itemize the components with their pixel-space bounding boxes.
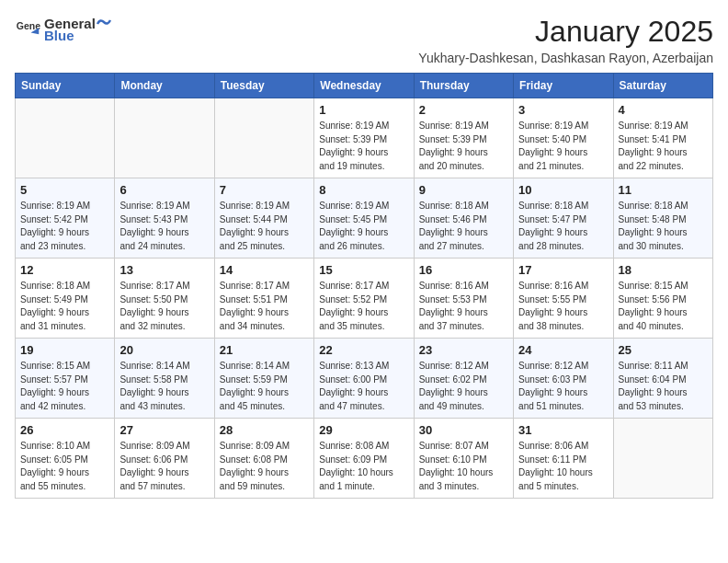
day-number: 27 <box>119 423 209 437</box>
day-number: 24 <box>518 343 608 357</box>
calendar-cell: 11Sunrise: 8:18 AM Sunset: 5:48 PM Dayli… <box>613 178 712 259</box>
day-info: Sunrise: 8:18 AM Sunset: 5:47 PM Dayligh… <box>518 200 608 253</box>
calendar-cell: 5Sunrise: 8:19 AM Sunset: 5:42 PM Daylig… <box>16 178 115 259</box>
day-number: 8 <box>319 183 408 197</box>
day-info: Sunrise: 8:16 AM Sunset: 5:53 PM Dayligh… <box>419 280 508 333</box>
weekday-header-friday: Friday <box>514 74 613 98</box>
calendar-cell: 20Sunrise: 8:14 AM Sunset: 5:58 PM Dayli… <box>115 339 214 419</box>
day-info: Sunrise: 8:17 AM Sunset: 5:51 PM Dayligh… <box>220 280 309 333</box>
day-number: 18 <box>619 263 708 277</box>
calendar-cell: 21Sunrise: 8:14 AM Sunset: 5:59 PM Dayli… <box>214 339 313 419</box>
day-info: Sunrise: 8:19 AM Sunset: 5:39 PM Dayligh… <box>319 120 408 173</box>
day-info: Sunrise: 8:19 AM Sunset: 5:42 PM Dayligh… <box>20 200 109 253</box>
calendar-cell: 26Sunrise: 8:10 AM Sunset: 6:05 PM Dayli… <box>16 419 115 499</box>
calendar-cell: 8Sunrise: 8:19 AM Sunset: 5:45 PM Daylig… <box>314 178 414 259</box>
day-number: 16 <box>419 263 508 277</box>
calendar-cell: 23Sunrise: 8:12 AM Sunset: 6:02 PM Dayli… <box>414 339 513 419</box>
day-number: 7 <box>220 183 309 197</box>
calendar-cell: 12Sunrise: 8:18 AM Sunset: 5:49 PM Dayli… <box>16 259 115 339</box>
main-title: January 2025 <box>418 15 713 49</box>
calendar-header-row: SundayMondayTuesdayWednesdayThursdayFrid… <box>16 74 713 98</box>
calendar-week-row: 1Sunrise: 8:19 AM Sunset: 5:39 PM Daylig… <box>16 98 713 178</box>
calendar-cell: 29Sunrise: 8:08 AM Sunset: 6:09 PM Dayli… <box>314 419 414 499</box>
calendar-cell: 27Sunrise: 8:09 AM Sunset: 6:06 PM Dayli… <box>115 419 214 499</box>
day-number: 29 <box>319 423 408 437</box>
weekday-header-wednesday: Wednesday <box>314 74 414 98</box>
calendar-cell: 14Sunrise: 8:17 AM Sunset: 5:51 PM Dayli… <box>214 259 313 339</box>
calendar-body: 1Sunrise: 8:19 AM Sunset: 5:39 PM Daylig… <box>16 98 713 499</box>
calendar-week-row: 19Sunrise: 8:15 AM Sunset: 5:57 PM Dayli… <box>16 339 713 419</box>
logo: General General Blue <box>15 15 112 43</box>
day-number: 5 <box>20 183 109 197</box>
logo-wave-icon <box>96 15 112 31</box>
day-number: 2 <box>419 103 508 117</box>
day-info: Sunrise: 8:19 AM Sunset: 5:39 PM Dayligh… <box>419 120 508 173</box>
calendar-cell: 19Sunrise: 8:15 AM Sunset: 5:57 PM Dayli… <box>16 339 115 419</box>
weekday-header-sunday: Sunday <box>16 74 115 98</box>
day-info: Sunrise: 8:06 AM Sunset: 6:11 PM Dayligh… <box>518 440 608 493</box>
day-info: Sunrise: 8:19 AM Sunset: 5:40 PM Dayligh… <box>518 120 608 173</box>
calendar-cell: 25Sunrise: 8:11 AM Sunset: 6:04 PM Dayli… <box>613 339 712 419</box>
calendar-cell: 31Sunrise: 8:06 AM Sunset: 6:11 PM Dayli… <box>514 419 613 499</box>
calendar-cell: 10Sunrise: 8:18 AM Sunset: 5:47 PM Dayli… <box>514 178 613 259</box>
day-info: Sunrise: 8:15 AM Sunset: 5:57 PM Dayligh… <box>20 360 109 413</box>
page-header: General General Blue January 2025 Yukhar… <box>15 15 713 65</box>
day-number: 19 <box>20 343 109 357</box>
day-info: Sunrise: 8:09 AM Sunset: 6:06 PM Dayligh… <box>119 440 209 493</box>
day-number: 12 <box>20 263 109 277</box>
calendar-week-row: 5Sunrise: 8:19 AM Sunset: 5:42 PM Daylig… <box>16 178 713 259</box>
calendar-cell: 13Sunrise: 8:17 AM Sunset: 5:50 PM Dayli… <box>115 259 214 339</box>
weekday-header-tuesday: Tuesday <box>214 74 313 98</box>
day-info: Sunrise: 8:18 AM Sunset: 5:46 PM Dayligh… <box>419 200 508 253</box>
day-info: Sunrise: 8:16 AM Sunset: 5:55 PM Dayligh… <box>518 280 608 333</box>
calendar-cell: 16Sunrise: 8:16 AM Sunset: 5:53 PM Dayli… <box>414 259 513 339</box>
day-info: Sunrise: 8:09 AM Sunset: 6:08 PM Dayligh… <box>220 440 309 493</box>
calendar-week-row: 26Sunrise: 8:10 AM Sunset: 6:05 PM Dayli… <box>16 419 713 499</box>
day-number: 9 <box>419 183 508 197</box>
day-number: 3 <box>518 103 608 117</box>
calendar-cell: 6Sunrise: 8:19 AM Sunset: 5:43 PM Daylig… <box>115 178 214 259</box>
weekday-header-monday: Monday <box>115 74 214 98</box>
day-info: Sunrise: 8:07 AM Sunset: 6:10 PM Dayligh… <box>419 440 508 493</box>
calendar-cell: 18Sunrise: 8:15 AM Sunset: 5:56 PM Dayli… <box>613 259 712 339</box>
day-number: 4 <box>619 103 708 117</box>
day-info: Sunrise: 8:14 AM Sunset: 5:58 PM Dayligh… <box>119 360 209 413</box>
day-number: 22 <box>319 343 408 357</box>
day-number: 14 <box>220 263 309 277</box>
day-number: 30 <box>419 423 508 437</box>
day-number: 23 <box>419 343 508 357</box>
day-number: 21 <box>220 343 309 357</box>
day-info: Sunrise: 8:19 AM Sunset: 5:45 PM Dayligh… <box>319 200 408 253</box>
day-number: 13 <box>119 263 209 277</box>
calendar-cell: 15Sunrise: 8:17 AM Sunset: 5:52 PM Dayli… <box>314 259 414 339</box>
day-info: Sunrise: 8:10 AM Sunset: 6:05 PM Dayligh… <box>20 440 109 493</box>
day-number: 26 <box>20 423 109 437</box>
logo-icon: General <box>15 17 40 42</box>
day-number: 10 <box>518 183 608 197</box>
day-number: 11 <box>619 183 708 197</box>
day-info: Sunrise: 8:08 AM Sunset: 6:09 PM Dayligh… <box>319 440 408 493</box>
day-info: Sunrise: 8:17 AM Sunset: 5:50 PM Dayligh… <box>119 280 209 333</box>
day-info: Sunrise: 8:12 AM Sunset: 6:03 PM Dayligh… <box>518 360 608 413</box>
day-info: Sunrise: 8:17 AM Sunset: 5:52 PM Dayligh… <box>319 280 408 333</box>
day-info: Sunrise: 8:12 AM Sunset: 6:02 PM Dayligh… <box>419 360 508 413</box>
calendar-week-row: 12Sunrise: 8:18 AM Sunset: 5:49 PM Dayli… <box>16 259 713 339</box>
calendar-cell <box>613 419 712 499</box>
day-number: 6 <box>119 183 209 197</box>
day-info: Sunrise: 8:18 AM Sunset: 5:48 PM Dayligh… <box>619 200 708 253</box>
day-info: Sunrise: 8:14 AM Sunset: 5:59 PM Dayligh… <box>220 360 309 413</box>
day-info: Sunrise: 8:19 AM Sunset: 5:43 PM Dayligh… <box>119 200 209 253</box>
day-number: 28 <box>220 423 309 437</box>
calendar-cell: 3Sunrise: 8:19 AM Sunset: 5:40 PM Daylig… <box>514 98 613 178</box>
calendar-cell: 2Sunrise: 8:19 AM Sunset: 5:39 PM Daylig… <box>414 98 513 178</box>
day-number: 17 <box>518 263 608 277</box>
title-block: January 2025 Yukhary-Dashkesan, Dashkasa… <box>418 15 713 65</box>
weekday-header-saturday: Saturday <box>613 74 712 98</box>
day-info: Sunrise: 8:19 AM Sunset: 5:44 PM Dayligh… <box>220 200 309 253</box>
calendar-cell: 22Sunrise: 8:13 AM Sunset: 6:00 PM Dayli… <box>314 339 414 419</box>
calendar-cell: 17Sunrise: 8:16 AM Sunset: 5:55 PM Dayli… <box>514 259 613 339</box>
day-number: 31 <box>518 423 608 437</box>
calendar-cell <box>16 98 115 178</box>
calendar-cell: 7Sunrise: 8:19 AM Sunset: 5:44 PM Daylig… <box>214 178 313 259</box>
day-number: 1 <box>319 103 408 117</box>
